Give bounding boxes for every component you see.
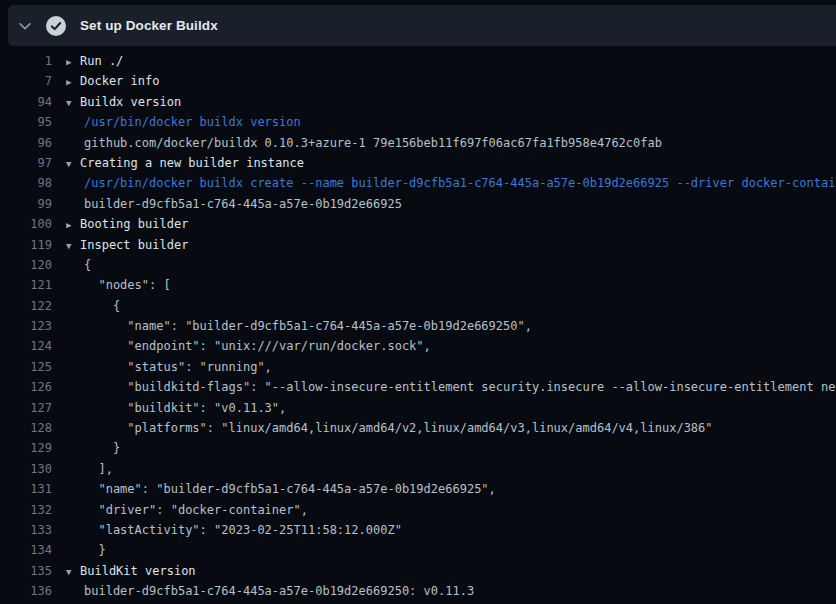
group-label: Run ./ [80,54,123,68]
output-text: "status": "running", [84,360,272,374]
line-body: } [66,540,836,560]
triangle-right-icon[interactable]: ▶ [66,215,80,234]
output-text: "buildkit": "v0.11.3", [84,401,286,415]
log-row: 126 "buildkitd-flags": "--allow-insecure… [0,377,836,397]
log-group-row[interactable]: 135▼BuildKit version [0,561,836,581]
output-text: "endpoint": "unix:///var/run/docker.sock… [84,339,431,353]
line-number[interactable]: 95 [0,112,52,132]
output-text: "buildkitd-flags": "--allow-insecure-ent… [84,380,836,394]
log-group-row[interactable]: 1▶Run ./ [0,51,836,71]
line-number[interactable]: 124 [0,336,52,356]
line-number[interactable]: 131 [0,479,52,499]
line-body: "status": "running", [66,357,836,377]
line-number[interactable]: 94 [0,92,52,112]
line-body: "name": "builder-d9cfb5a1-c764-445a-a57e… [66,316,836,336]
log-group-row[interactable]: 100▶Booting builder [0,214,836,234]
log-row: 96github.com/docker/buildx 0.10.3+azure-… [0,133,836,153]
line-number[interactable]: 122 [0,296,52,316]
chevron-down-icon[interactable] [17,18,33,34]
output-text: { [84,258,91,272]
line-number[interactable]: 130 [0,459,52,479]
line-body: "endpoint": "unix:///var/run/docker.sock… [66,336,836,356]
line-body: ▶Run ./ [66,51,836,71]
output-text: "name": "builder-d9cfb5a1-c764-445a-a57e… [84,482,496,496]
line-body: "lastActivity": "2023-02-25T11:58:12.000… [66,520,836,540]
log-row: 120{ [0,255,836,275]
step-header[interactable]: Set up Docker Buildx [8,5,836,46]
line-body: builder-d9cfb5a1-c764-445a-a57e-0b19d2e6… [66,194,836,214]
log-row: 99builder-d9cfb5a1-c764-445a-a57e-0b19d2… [0,194,836,214]
line-number[interactable]: 134 [0,540,52,560]
group-label: Booting builder [80,217,188,231]
line-number[interactable]: 98 [0,173,52,193]
line-body: ▼Inspect builder [66,235,836,255]
line-body: { [66,255,836,275]
log-row: 130 ], [0,459,836,479]
line-body: ▼Creating a new builder instance [66,153,836,173]
log-group-row[interactable]: 97▼Creating a new builder instance [0,153,836,173]
line-number[interactable]: 132 [0,500,52,520]
line-number[interactable]: 96 [0,133,52,153]
log-row: 121 "nodes": [ [0,275,836,295]
triangle-down-icon[interactable]: ▼ [66,562,80,581]
line-number[interactable]: 129 [0,438,52,458]
triangle-down-icon[interactable]: ▼ [66,154,80,173]
output-text: ], [84,462,113,476]
line-body: /usr/bin/docker buildx version [66,112,836,132]
line-number[interactable]: 120 [0,255,52,275]
log-row: 132 "driver": "docker-container", [0,500,836,520]
group-label: Buildx version [80,95,181,109]
line-body: builder-d9cfb5a1-c764-445a-a57e-0b19d2e6… [66,581,836,601]
line-number[interactable]: 135 [0,561,52,581]
log-group-row[interactable]: 119▼Inspect builder [0,235,836,255]
output-text: "driver": "docker-container", [84,503,308,517]
line-number[interactable]: 119 [0,235,52,255]
line-number[interactable]: 133 [0,520,52,540]
line-body: github.com/docker/buildx 0.10.3+azure-1 … [66,133,836,153]
line-number[interactable]: 128 [0,418,52,438]
line-number[interactable]: 7 [0,71,52,91]
check-circle-icon [46,16,66,36]
log-row: 95/usr/bin/docker buildx version [0,112,836,132]
line-body: ▼BuildKit version [66,561,836,581]
group-label: Inspect builder [80,238,188,252]
line-body: "buildkitd-flags": "--allow-insecure-ent… [66,377,836,397]
line-number[interactable]: 100 [0,214,52,234]
group-label: Creating a new builder instance [80,156,304,170]
output-text: "name": "builder-d9cfb5a1-c764-445a-a57e… [84,319,532,333]
line-number[interactable]: 123 [0,316,52,336]
output-text: github.com/docker/buildx 0.10.3+azure-1 … [84,136,662,150]
log-group-row[interactable]: 7▶Docker info [0,71,836,91]
line-body: { [66,296,836,316]
log-row: 128 "platforms": "linux/amd64,linux/amd6… [0,418,836,438]
group-label: BuildKit version [80,564,196,578]
line-number[interactable]: 136 [0,581,52,601]
log-row: 98/usr/bin/docker buildx create --name b… [0,173,836,193]
triangle-down-icon[interactable]: ▼ [66,236,80,255]
line-body: "platforms": "linux/amd64,linux/amd64/v2… [66,418,836,438]
line-number[interactable]: 125 [0,357,52,377]
line-number[interactable]: 126 [0,377,52,397]
actions-log-viewer: Set up Docker Buildx 1▶Run ./7▶Docker in… [0,0,836,604]
log-row: 123 "name": "builder-d9cfb5a1-c764-445a-… [0,316,836,336]
line-number[interactable]: 97 [0,153,52,173]
line-body: ], [66,459,836,479]
triangle-right-icon[interactable]: ▶ [66,52,80,71]
triangle-down-icon[interactable]: ▼ [66,93,80,112]
log-row: 133 "lastActivity": "2023-02-25T11:58:12… [0,520,836,540]
output-text: "nodes": [ [84,278,171,292]
log-row: 127 "buildkit": "v0.11.3", [0,398,836,418]
output-text: builder-d9cfb5a1-c764-445a-a57e-0b19d2e6… [84,197,402,211]
log-row: 125 "status": "running", [0,357,836,377]
line-number[interactable]: 99 [0,194,52,214]
line-body: /usr/bin/docker buildx create --name bui… [66,173,836,193]
line-number[interactable]: 121 [0,275,52,295]
output-text: "lastActivity": "2023-02-25T11:58:12.000… [84,523,402,537]
line-number[interactable]: 1 [0,51,52,71]
line-number[interactable]: 127 [0,398,52,418]
line-body: ▼Buildx version [66,92,836,112]
log-row: 136builder-d9cfb5a1-c764-445a-a57e-0b19d… [0,581,836,601]
triangle-right-icon[interactable]: ▶ [66,72,80,91]
log-group-row[interactable]: 94▼Buildx version [0,92,836,112]
log-row: 134 } [0,540,836,560]
